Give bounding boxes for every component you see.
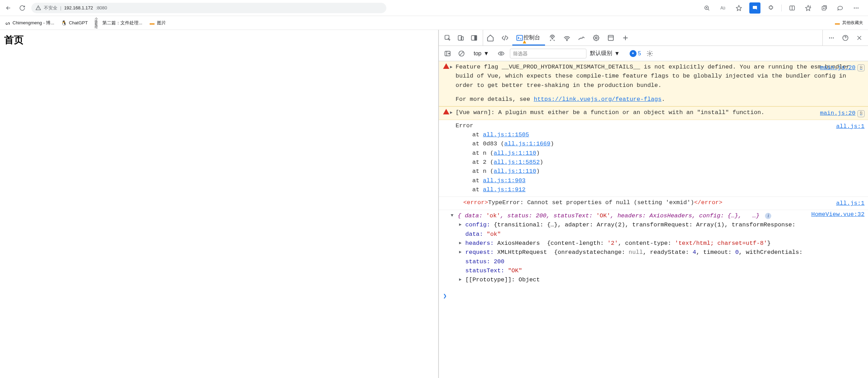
context-select[interactable]: top ▼ xyxy=(470,49,492,58)
device-toggle-icon[interactable] xyxy=(456,33,466,43)
stack-frame: at n (all.js:1:110) xyxy=(456,149,855,158)
other-bookmarks[interactable]: ▬其他收藏夹 xyxy=(835,20,863,26)
tab-application[interactable] xyxy=(603,30,618,46)
performance-icon[interactable] xyxy=(835,2,846,14)
console-error[interactable]: all.js:1 <error>TypeError: Cannot set pr… xyxy=(439,197,868,210)
info-icon[interactable]: i xyxy=(765,213,771,219)
tab-more[interactable] xyxy=(618,30,633,46)
warning-more-prefix: For more details, see xyxy=(456,96,534,103)
error-close-tag: </error> xyxy=(694,199,723,206)
expand-caret[interactable]: ▶ xyxy=(459,222,461,228)
expand-caret[interactable]: ▶ xyxy=(459,249,461,256)
stack-link[interactable]: all.js:1:912 xyxy=(483,186,526,193)
console-settings-icon[interactable] xyxy=(645,48,655,59)
svg-point-12 xyxy=(551,36,553,38)
bookmark-favicon: 🐧 xyxy=(61,20,67,26)
source-link[interactable]: main.js:20 xyxy=(820,63,855,72)
console-error[interactable]: all.js:1 Error at all.js:1:1505at 0d83 (… xyxy=(439,120,868,197)
live-expression-icon[interactable] xyxy=(496,48,506,59)
more-icon[interactable] xyxy=(851,2,862,14)
console-toolbar: top ▼ 默认级别 ▼ ✦5 xyxy=(439,46,868,61)
obj-key: headers: xyxy=(465,240,494,247)
warning-text: Feature flag __VUE_PROD_HYDRATION_MISMAT… xyxy=(456,64,850,89)
split-screen-icon[interactable] xyxy=(787,2,798,14)
bookmark-item[interactable]: 🐧ChatGPT xyxy=(61,20,88,26)
log-level-select[interactable]: 默认级别 ▼ xyxy=(590,50,620,57)
dock-side-icon[interactable] xyxy=(469,33,479,43)
devtools-help-icon[interactable] xyxy=(840,33,851,43)
collapse-caret[interactable]: ▼ xyxy=(451,212,453,219)
issues-button[interactable]: ✦5 xyxy=(630,50,641,57)
chevron-down-icon: ▼ xyxy=(614,50,620,57)
console-warning[interactable]: ▶ main.js:20⎘ Feature flag __VUE_PROD_HY… xyxy=(439,61,868,106)
filter-input[interactable] xyxy=(510,49,586,58)
favorites-bar-icon[interactable] xyxy=(803,2,814,14)
svg-point-18 xyxy=(831,37,832,38)
message-source[interactable]: main.js:20⎘ xyxy=(820,109,865,118)
obj-key: data: xyxy=(465,231,483,238)
clear-console-icon[interactable] xyxy=(456,48,467,59)
collections-icon[interactable] xyxy=(819,2,830,14)
obj-key: statusText: xyxy=(553,212,592,219)
expand-caret[interactable]: ▶ xyxy=(459,276,461,283)
source-link[interactable]: main.js:20 xyxy=(820,109,855,118)
obj-val: {…} xyxy=(727,212,738,219)
link-icon: ⎘ xyxy=(858,64,865,71)
extensions-icon[interactable] xyxy=(765,2,776,14)
save-icon[interactable] xyxy=(749,2,760,14)
back-button[interactable] xyxy=(3,3,13,13)
console-object[interactable]: HomeView.vue:32 ▼ { data: 'ok', status: … xyxy=(439,210,868,289)
tab-console[interactable]: 控制台 xyxy=(512,30,545,46)
bookmark-item[interactable]: ▬图片 xyxy=(149,20,166,26)
expand-caret[interactable]: ▶ xyxy=(450,110,452,116)
toggle-sidebar-icon[interactable] xyxy=(442,48,453,59)
stack-frame: at all.js:1:1505 xyxy=(456,130,855,139)
svg-point-3 xyxy=(854,7,855,8)
other-bookmarks-label: 其他收藏夹 xyxy=(842,20,863,26)
favorite-icon[interactable] xyxy=(733,2,744,14)
obj-val: 'text/html; charset=utf-8' xyxy=(675,240,767,247)
bookmark-item[interactable]: ᔕChimengmeng - 博... xyxy=(5,20,54,26)
expand-caret[interactable]: ▶ xyxy=(459,240,461,247)
svg-point-19 xyxy=(833,37,834,38)
bookmark-favicon: ᔕ xyxy=(5,20,10,26)
message-source[interactable]: all.js:1 xyxy=(836,199,865,208)
svg-point-5 xyxy=(858,7,859,8)
bookmark-favicon: 小猿取经 xyxy=(95,20,100,26)
stack-link[interactable]: all.js:1:1669 xyxy=(504,140,551,147)
tab-memory[interactable] xyxy=(589,30,603,46)
message-source[interactable]: main.js:20⎘ xyxy=(820,63,865,72)
zoom-icon[interactable] xyxy=(701,2,712,14)
stack-link[interactable]: all.js:1:110 xyxy=(494,150,536,156)
expand-caret[interactable]: ▶ xyxy=(450,64,452,71)
stack-link[interactable]: all.js:1:110 xyxy=(494,168,536,175)
read-aloud-icon[interactable]: A)) xyxy=(717,2,728,14)
tab-elements[interactable] xyxy=(498,30,512,46)
address-bar[interactable]: 不安全 | 192.168.1.172:8080 xyxy=(31,3,386,13)
stack-frame: at n (all.js:1:110) xyxy=(456,167,855,176)
tab-performance[interactable] xyxy=(574,30,589,46)
stack-frame: at all.js:1:912 xyxy=(456,185,855,194)
obj-val: 0 xyxy=(735,249,739,256)
stack-link[interactable]: all.js:1:1505 xyxy=(483,131,529,138)
console-prompt[interactable]: ❯ xyxy=(439,289,868,304)
message-source[interactable]: all.js:1 xyxy=(836,122,865,131)
bookmark-item[interactable]: 小猿取经第二篇：文件处理... xyxy=(95,20,142,26)
svg-point-4 xyxy=(856,7,857,8)
feature-flags-link[interactable]: https://link.vuejs.org/feature-flags xyxy=(534,96,661,103)
inspect-element-icon[interactable] xyxy=(442,33,453,43)
devtools-close-icon[interactable] xyxy=(854,33,865,43)
stack-link[interactable]: all.js:1:5852 xyxy=(494,159,540,166)
svg-rect-16 xyxy=(608,35,614,40)
devtools-more-icon[interactable] xyxy=(826,33,837,43)
tab-network[interactable] xyxy=(560,30,574,46)
source-link[interactable]: all.js:1 xyxy=(836,122,865,131)
reload-button[interactable] xyxy=(17,3,27,13)
stack-link[interactable]: all.js:1:903 xyxy=(483,177,526,184)
source-link[interactable]: all.js:1 xyxy=(836,199,865,208)
tab-welcome[interactable] xyxy=(483,30,498,46)
obj-body: , withCredentials: xyxy=(739,249,803,256)
obj-key: request: xyxy=(465,249,494,256)
tab-sources[interactable] xyxy=(545,30,560,46)
console-warning[interactable]: ▶ main.js:20⎘ [Vue warn]: A plugin must … xyxy=(439,106,868,120)
